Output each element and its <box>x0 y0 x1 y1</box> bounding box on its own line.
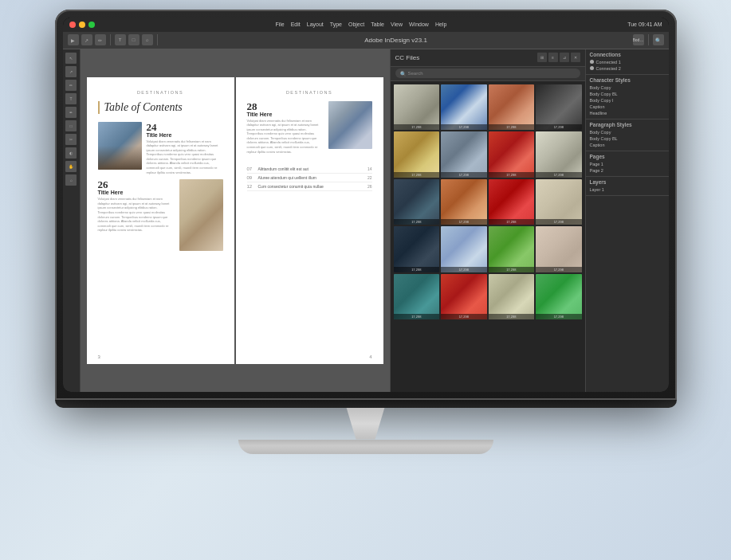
panel-btn-grid[interactable]: ⊞ <box>537 53 547 62</box>
panel-btn-list[interactable]: ≡ <box>548 53 558 62</box>
traffic-light-green[interactable] <box>88 22 95 28</box>
sidebar-direct-tool[interactable]: ↗ <box>65 66 77 77</box>
menu-item-layout[interactable]: Layout <box>307 22 324 27</box>
panel-title: CC Files <box>395 54 534 61</box>
grid-cell-10[interactable]: 17,298 <box>441 179 487 225</box>
grid-cell-3[interactable]: 17,298 <box>489 84 535 131</box>
grid-cell-13[interactable]: 17,298 <box>394 226 440 272</box>
para-style-2[interactable]: Body Copy BL <box>590 135 665 142</box>
toolbar-frame-label: Body Graphic Framed <box>633 37 644 42</box>
layers-section: Layers Layer 1 <box>586 177 669 196</box>
toc-layout: 24 Title Here Volutpat diam venenatis du… <box>98 122 223 351</box>
sidebar-pencil-tool[interactable]: ✒ <box>65 107 77 118</box>
toolbar-arrow-btn[interactable]: ▶ <box>68 34 79 45</box>
toc-entry-1-row: 24 Title Here Volutpat diam venenatis du… <box>98 122 223 175</box>
grid-cell-11[interactable]: 17,298 <box>489 179 535 225</box>
grid-cell-15[interactable]: 17,298 <box>489 226 535 272</box>
toolbar-zoom-btn[interactable]: ⌕ <box>142 34 153 45</box>
sidebar-pen-tool[interactable]: ✏ <box>65 80 77 91</box>
toolbar-select-btn[interactable]: ↗ <box>81 34 92 45</box>
car-label-15: 17,298 <box>489 267 535 272</box>
sidebar-hand-tool[interactable]: ✋ <box>65 161 77 172</box>
menu-item-object[interactable]: Object <box>348 22 364 27</box>
pages-title: Pages <box>590 154 665 159</box>
grid-cell-14[interactable]: 17,298 <box>441 226 487 272</box>
car-image-15 <box>489 226 535 272</box>
char-style-5[interactable]: Headline <box>590 110 665 116</box>
panel-btn-filter[interactable]: ⊿ <box>560 53 569 62</box>
toolbar-text-btn[interactable]: T <box>115 34 126 45</box>
char-style-3[interactable]: Body Copy I <box>590 97 665 104</box>
character-styles-title: Character Styles <box>590 77 665 83</box>
entry2-title: Title Here <box>98 190 175 195</box>
menu-item-type[interactable]: Type <box>330 22 342 27</box>
car-label-20: 17,298 <box>536 314 582 319</box>
list-item-3: 12 Cum consectetur conumit quia nullae 2… <box>247 182 372 191</box>
grid-cell-9[interactable]: 17,298 <box>394 179 440 225</box>
entry3-num: 28 <box>247 101 324 112</box>
grid-cell-6[interactable]: 17,298 <box>441 131 487 178</box>
toc-image-portrait <box>179 179 223 251</box>
document-area[interactable]: DESTINATIONS Table of Contents <box>81 49 390 392</box>
sidebar-text-tool[interactable]: T <box>65 93 77 104</box>
menu-item-edit[interactable]: Edit <box>291 22 301 27</box>
traffic-light-yellow[interactable] <box>79 22 85 28</box>
car-label-12: 17,298 <box>536 219 582 225</box>
sidebar-scissors-tool[interactable]: ✂ <box>65 134 77 145</box>
grid-cell-1[interactable]: 17,298 <box>394 84 440 131</box>
page-item-label-1: Page 1 <box>590 162 603 166</box>
list-num-2: 09 <box>247 175 255 180</box>
panel-btn-close[interactable]: ✕ <box>571 53 580 62</box>
grid-cell-19[interactable]: 17,298 <box>489 274 535 320</box>
entry1-num: 24 <box>147 122 223 132</box>
char-style-1[interactable]: Body Copy <box>590 84 665 91</box>
search-box[interactable]: 🔍 Search <box>395 69 580 78</box>
char-style-4[interactable]: Caption <box>590 104 665 110</box>
menu-item-view[interactable]: View <box>391 22 403 27</box>
menu-item-file[interactable]: File <box>275 22 284 27</box>
toolbar-pen-btn[interactable]: ✏ <box>95 34 106 45</box>
connection-1[interactable]: Connected 1 <box>590 59 665 65</box>
page-item-2[interactable]: Page 2 <box>590 167 665 174</box>
car-image-11 <box>489 179 535 225</box>
grid-cell-16[interactable]: 17,298 <box>536 226 582 272</box>
grid-cell-17[interactable]: 17,298 <box>394 274 440 320</box>
sidebar-selection-tool[interactable]: ↖ <box>65 53 77 64</box>
paragraph-styles-title: Paragraph Styles <box>590 122 665 127</box>
sidebar-gradient-tool[interactable]: ◐ <box>65 147 77 159</box>
page-item-1[interactable]: Page 1 <box>590 161 665 167</box>
menu-item-help[interactable]: Help <box>435 22 446 27</box>
image-browser-panel: CC Files ⊞ ≡ ⊿ ✕ 🔍 <box>390 49 585 392</box>
para-style-3[interactable]: Caption <box>590 142 665 148</box>
sidebar-zoom-tool[interactable]: ⌕ <box>65 174 77 186</box>
car-label-5: 17,298 <box>394 172 440 178</box>
car-image-17 <box>394 274 440 320</box>
grid-cell-5[interactable]: 17,298 <box>394 131 440 178</box>
grid-cell-12[interactable]: 17,298 <box>536 179 582 225</box>
grid-cell-20[interactable]: 17,298 <box>536 274 582 320</box>
connection-2[interactable]: Connected 2 <box>590 65 665 72</box>
grid-cell-18[interactable]: 17,298 <box>441 274 487 320</box>
menu-bar: File Edit Layout Type Object Table View … <box>63 18 669 32</box>
menu-item-window[interactable]: Window <box>409 22 429 27</box>
traffic-light-red[interactable] <box>69 22 76 28</box>
grid-cell-4[interactable]: 17,298 <box>536 84 582 131</box>
layer-1[interactable]: Layer 1 <box>590 186 665 193</box>
toolbar-rect-btn[interactable]: □ <box>128 34 140 45</box>
document-spread: DESTINATIONS Table of Contents <box>87 77 383 364</box>
page1-number: 3 <box>98 354 100 359</box>
char-style-2[interactable]: Body Copy BL <box>590 91 665 97</box>
car-image-16 <box>536 226 582 272</box>
para-style-1[interactable]: Body Copy <box>590 129 665 135</box>
toolbar-frame-btn[interactable]: Body Graphic Framed <box>633 34 644 45</box>
car-image-8 <box>536 131 582 178</box>
grid-cell-8[interactable]: 17,298 <box>536 131 582 178</box>
grid-cell-7[interactable]: 17,298 <box>489 131 535 178</box>
sidebar-rect-tool[interactable]: □ <box>65 120 77 131</box>
car-label-7: 17,298 <box>489 172 535 178</box>
toolbar-search-btn[interactable]: 🔍 <box>653 34 664 45</box>
grid-cell-2[interactable]: 17,298 <box>441 84 487 131</box>
menu-item-table[interactable]: Table <box>371 22 384 27</box>
list-num-1: 07 <box>247 166 255 171</box>
connections-section: Connections Connected 1 Connected 2 <box>586 49 669 75</box>
